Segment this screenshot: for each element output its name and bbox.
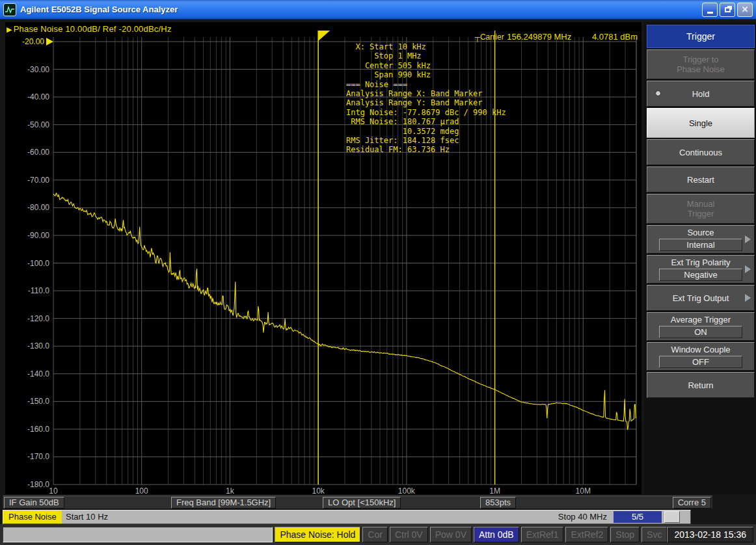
sweep-range-bar: Phase Noise Start 10 Hz Stop 40 MHz 5/5 bbox=[3, 510, 691, 524]
button-average-trigger[interactable]: Average TriggerON bbox=[647, 312, 755, 341]
svg-text:-120.0: -120.0 bbox=[27, 314, 49, 323]
svg-text:-130.0: -130.0 bbox=[27, 341, 49, 351]
active-measurement-tab[interactable]: Phase Noise bbox=[3, 511, 62, 524]
trace-scale-header: ▶Phase Noise 10.00dB/ Ref -20.00dBc/Hz bbox=[7, 24, 172, 34]
dc-power-badge: Pow 0V bbox=[430, 527, 472, 542]
svg-text:100: 100 bbox=[135, 486, 148, 494]
measurement-state-badge: Phase Noise: Hold bbox=[275, 527, 360, 542]
svg-text:-100.0: -100.0 bbox=[27, 259, 49, 268]
extref1-badge: ExtRef1 bbox=[521, 527, 564, 542]
svg-text:1k: 1k bbox=[226, 486, 235, 494]
svg-text:-160.0: -160.0 bbox=[27, 425, 49, 434]
svg-text:10M: 10M bbox=[576, 486, 591, 494]
ext-trig-polarity-value: Negative bbox=[659, 269, 742, 281]
svg-text:-150.0: -150.0 bbox=[27, 397, 49, 406]
lo-opt-status: LO Opt [<150kHz] bbox=[323, 497, 401, 509]
carrier-readout: ┬Carrier 156.249879 MHz 4.0781 dBm bbox=[474, 32, 638, 42]
minimize-button[interactable] bbox=[702, 3, 718, 17]
trace-select-arrow-icon: ▶ bbox=[7, 25, 12, 33]
phase-noise-plot-window[interactable]: 101001k10k100k1M10M-20.00-30.00-40.00-50… bbox=[5, 22, 641, 494]
correction-status: Corre 5 bbox=[673, 497, 711, 509]
submenu-arrow-icon bbox=[745, 294, 751, 302]
svg-text:-170.0: -170.0 bbox=[27, 452, 49, 461]
source-value: Internal bbox=[659, 239, 742, 251]
svg-text:-80.00: -80.00 bbox=[27, 203, 49, 212]
svc-badge: Svc bbox=[641, 527, 667, 542]
app-icon bbox=[3, 3, 16, 16]
app-window: Agilent E5052B Signal Source Analyzer ✕ … bbox=[0, 0, 756, 545]
restore-icon bbox=[725, 7, 731, 12]
button-ext-trig-output[interactable]: Ext Trig Output bbox=[647, 285, 755, 311]
button-ext-trig-polarity[interactable]: Ext Trig PolarityNegative bbox=[647, 255, 755, 284]
carrier-frequency: 156.249879 MHz bbox=[507, 32, 571, 42]
svg-text:10k: 10k bbox=[312, 486, 325, 494]
svg-text:-70.00: -70.00 bbox=[27, 176, 49, 185]
button-single[interactable]: Single bbox=[647, 108, 755, 138]
button-return[interactable]: Return bbox=[647, 372, 755, 398]
svg-text:-140.0: -140.0 bbox=[27, 369, 49, 379]
sweep-stop-label: Stop 40 MHz bbox=[558, 511, 607, 524]
svg-text:-110.0: -110.0 bbox=[28, 286, 49, 295]
stop-badge: Stop bbox=[610, 527, 640, 542]
radio-dot-icon bbox=[655, 90, 661, 96]
button-restart[interactable]: Restart bbox=[647, 166, 755, 193]
if-gain-status: IF Gain 50dB bbox=[4, 497, 64, 509]
carrier-power: 4.0781 dBm bbox=[592, 32, 638, 42]
dc-control-badge: Ctrl 0V bbox=[390, 527, 428, 542]
minimize-icon bbox=[707, 12, 713, 14]
submenu-arrow-icon bbox=[745, 265, 751, 273]
submenu-arrow-icon bbox=[745, 235, 751, 243]
close-icon: ✕ bbox=[742, 5, 749, 14]
close-button[interactable]: ✕ bbox=[737, 3, 753, 17]
svg-text:100k: 100k bbox=[398, 486, 416, 494]
phase-noise-chart[interactable]: 101001k10k100k1M10M-20.00-30.00-40.00-50… bbox=[5, 22, 641, 494]
points-status: 853pts bbox=[480, 497, 516, 509]
button-trigger-to-phase-noise: Trigger to Phase Noise bbox=[647, 49, 755, 79]
window-title: Agilent E5052B Signal Source Analyzer bbox=[20, 5, 700, 14]
page-indicator: 5/5 bbox=[614, 511, 662, 523]
trace-scale-text: Phase Noise 10.00dB/ Ref -20.00dBc/Hz bbox=[14, 24, 172, 34]
extref2-badge: ExtRef2 bbox=[565, 527, 608, 542]
attenuator-badge: Attn 0dB bbox=[474, 527, 519, 542]
sweep-start-label: Start 10 Hz bbox=[66, 511, 108, 524]
button-continuous[interactable]: Continuous bbox=[647, 139, 755, 165]
svg-text:1M: 1M bbox=[489, 486, 500, 494]
instrument-status-bar: Phase Noise: Hold Cor Ctrl 0V Pow 0V Att… bbox=[0, 524, 756, 545]
freq-band-status: Freq Band [99M-1.5GHz] bbox=[171, 497, 276, 509]
message-panel bbox=[3, 527, 273, 542]
softkey-menu: Trigger Trigger to Phase Noise Hold Sing… bbox=[644, 22, 756, 494]
restore-button[interactable] bbox=[720, 3, 735, 17]
average-trigger-value: ON bbox=[659, 326, 742, 338]
measurement-status-bar: IF Gain 50dB Freq Band [99M-1.5GHz] LO O… bbox=[3, 496, 712, 509]
button-window-couple[interactable]: Window CoupleOFF bbox=[647, 342, 755, 371]
svg-text:-30.00: -30.00 bbox=[27, 65, 49, 74]
window-couple-value: OFF bbox=[659, 356, 742, 368]
svg-text:-180.0: -180.0 bbox=[27, 480, 49, 489]
noise-analysis-text: X: Start 10 kHz Stop 1 MHz Center 505 kH… bbox=[346, 42, 506, 155]
button-manual-trigger: Manual Trigger bbox=[647, 194, 755, 224]
svg-text:-60.00: -60.00 bbox=[27, 148, 49, 157]
button-source[interactable]: SourceInternal bbox=[647, 225, 755, 254]
svg-text:-40.00: -40.00 bbox=[27, 92, 49, 101]
svg-text:-50.00: -50.00 bbox=[27, 120, 49, 129]
date-time: 2013-02-18 15:36 bbox=[667, 527, 753, 542]
menu-title-trigger: Trigger bbox=[647, 25, 755, 48]
button-hold[interactable]: Hold bbox=[647, 81, 755, 107]
title-bar: Agilent E5052B Signal Source Analyzer ✕ bbox=[0, 0, 756, 20]
correction-badge: Cor bbox=[362, 527, 388, 542]
svg-text:-20.00: -20.00 bbox=[22, 37, 44, 46]
svg-text:-90.00: -90.00 bbox=[27, 231, 49, 240]
svg-text:10: 10 bbox=[49, 486, 58, 494]
carrier-marker-icon: ┬Carrier bbox=[474, 33, 504, 42]
page-spinner-button[interactable] bbox=[664, 511, 680, 523]
